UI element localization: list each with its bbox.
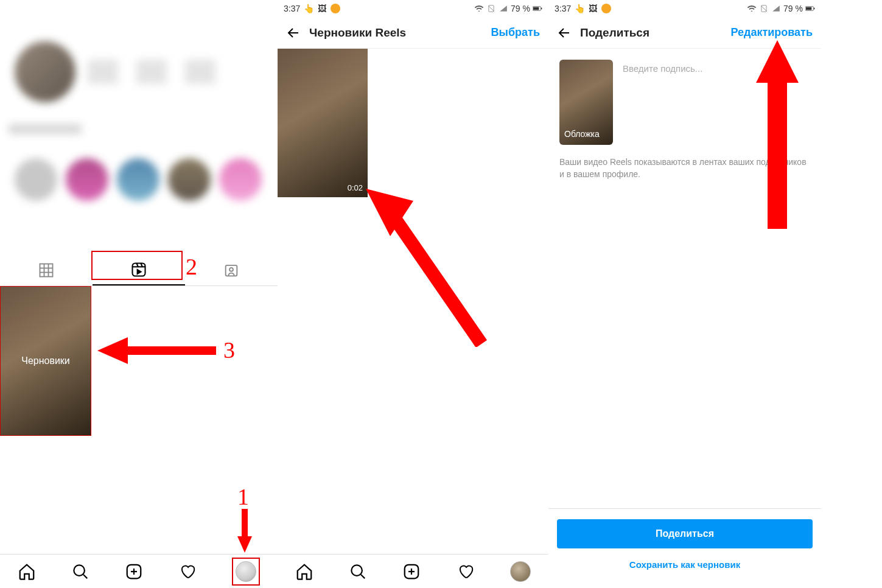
bottom-nav (0, 554, 278, 588)
back-button[interactable] (557, 26, 572, 40)
battery-icon (533, 4, 542, 13)
header: Поделиться Редактировать (548, 17, 821, 49)
tagged-icon (223, 262, 240, 279)
signal-icon (499, 4, 508, 13)
svg-line-36 (761, 5, 766, 11)
heart-icon (178, 562, 197, 581)
edit-button[interactable]: Редактировать (730, 26, 813, 39)
header: Черновики Reels Выбрать (278, 17, 548, 49)
nav-add[interactable] (402, 562, 421, 581)
svg-line-29 (361, 575, 365, 578)
info-text: Ваши видео Reels показываются в лентах в… (559, 156, 810, 181)
status-bar (0, 0, 278, 17)
nav-activity[interactable] (457, 562, 475, 581)
svg-line-13 (83, 575, 87, 578)
drafts-grid: 0:02 (278, 49, 548, 197)
svg-rect-10 (226, 265, 237, 276)
app-dot-icon (601, 4, 611, 13)
annotation-arrow-draft (366, 189, 488, 347)
no-sim-icon (759, 4, 769, 13)
home-icon (295, 562, 313, 581)
reels-icon (130, 261, 147, 278)
no-sim-icon (486, 4, 496, 13)
page-title: Черновики Reels (309, 26, 483, 40)
back-button[interactable] (286, 26, 301, 40)
share-button[interactable]: Поделиться (557, 519, 813, 548)
draft-thumbnail[interactable]: Черновики (0, 286, 91, 436)
panel-drafts: 3:37 👆 🖼 79 % Черновики Reels Выбрать 0:… (278, 0, 548, 588)
tab-tagged[interactable] (185, 254, 278, 285)
nav-home[interactable] (295, 562, 313, 581)
page-title: Поделиться (580, 26, 722, 40)
avatar (15, 41, 75, 102)
stat-following (185, 60, 215, 84)
nav-search[interactable] (71, 562, 89, 581)
panel-share: 3:37 👆 🖼 79 % Поделиться Редактировать О… (548, 0, 821, 588)
tab-grid[interactable] (0, 254, 93, 285)
nav-add[interactable] (125, 562, 143, 581)
profile-name (9, 124, 82, 134)
nav-home[interactable] (18, 562, 36, 581)
touch-icon: 👆 (304, 4, 313, 13)
draft-item[interactable]: 0:02 (278, 49, 368, 197)
panel-profile: Черновики 2 3 1 (0, 0, 278, 588)
wifi-icon (474, 4, 484, 13)
nav-activity[interactable] (178, 562, 197, 581)
status-time: 3:37 (284, 4, 300, 13)
tab-reels[interactable] (93, 254, 185, 285)
svg-point-11 (229, 267, 233, 271)
stat-posts (88, 60, 118, 84)
svg-rect-25 (533, 7, 539, 10)
share-footer: Поделиться Сохранить как черновик (548, 519, 821, 570)
highlight-item (15, 158, 57, 201)
svg-rect-39 (806, 7, 811, 10)
svg-line-22 (488, 5, 494, 11)
svg-marker-18 (97, 337, 128, 364)
svg-marker-9 (138, 270, 141, 274)
battery-icon (805, 4, 815, 13)
arrow-left-icon (557, 26, 572, 40)
plus-square-icon (402, 562, 421, 581)
arrow-left-icon (286, 26, 301, 40)
search-icon (349, 562, 367, 581)
draft-label: Черновики (21, 355, 70, 366)
highlight-item (168, 158, 211, 201)
bottom-nav (278, 554, 548, 588)
status-bar: 3:37 👆 🖼 79 % (548, 0, 821, 17)
svg-marker-20 (237, 536, 252, 553)
home-icon (18, 562, 36, 581)
share-body: Обложка Ваши видео Reels показываются в … (548, 49, 821, 192)
svg-point-28 (352, 565, 363, 576)
status-battery: 79 % (783, 4, 803, 13)
save-draft-button[interactable]: Сохранить как черновик (557, 559, 813, 570)
nav-search[interactable] (349, 562, 367, 581)
touch-icon: 👆 (575, 4, 584, 13)
cover-label: Обложка (564, 129, 600, 139)
image-icon: 🖼 (317, 4, 327, 13)
caption-input[interactable] (623, 60, 810, 74)
svg-point-12 (74, 565, 85, 576)
annotation-arrow-1 (236, 509, 253, 553)
nav-profile[interactable] (236, 561, 256, 582)
image-icon: 🖼 (588, 4, 598, 13)
select-button[interactable]: Выбрать (491, 26, 540, 39)
status-time: 3:37 (555, 4, 571, 13)
status-battery: 79 % (511, 4, 530, 13)
search-icon (71, 562, 89, 581)
profile-tabs (0, 254, 278, 286)
highlight-item (66, 158, 108, 201)
highlight-item (219, 158, 262, 201)
highlight-item (117, 158, 159, 201)
svg-rect-26 (541, 8, 542, 10)
svg-rect-0 (40, 264, 53, 276)
plus-square-icon (125, 562, 143, 581)
divider (548, 508, 821, 509)
draft-duration: 0:02 (348, 183, 363, 192)
status-bar: 3:37 👆 🖼 79 % (278, 0, 548, 17)
stat-followers (136, 60, 167, 84)
cover-thumbnail[interactable]: Обложка (559, 60, 613, 145)
annotation-box-nav (232, 558, 260, 586)
app-dot-icon (331, 4, 340, 13)
signal-icon (771, 4, 781, 13)
nav-profile[interactable] (510, 561, 531, 582)
